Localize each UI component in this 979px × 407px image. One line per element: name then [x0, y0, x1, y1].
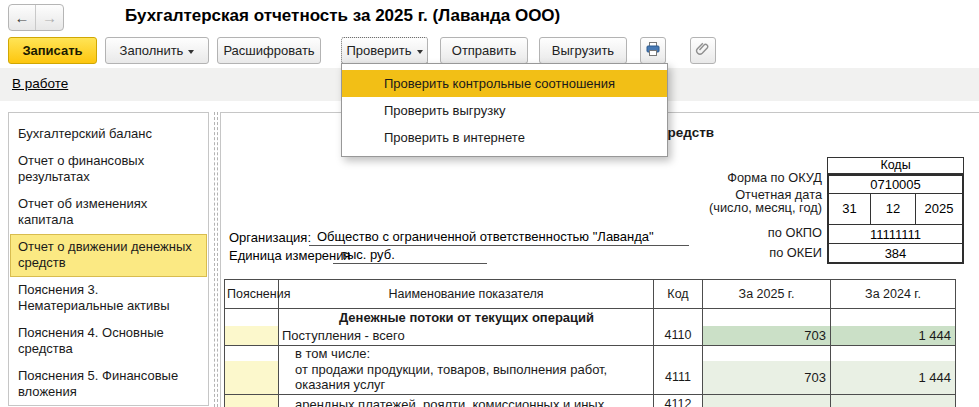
code-cell: 4110	[654, 326, 703, 346]
table-row: в том числе:	[225, 346, 956, 362]
okei-label: по ОКЕИ	[769, 246, 822, 259]
menu-item-check-online[interactable]: Проверить в интернете	[342, 124, 667, 151]
app-window: ← → Бухгалтерская отчетность за 2025 г. …	[0, 0, 979, 407]
fill-button[interactable]: Заполнить	[105, 37, 209, 64]
table-row: от продажи продукции, товаров, выполнени…	[225, 361, 956, 394]
organization-value: Общество с ограниченной ответственностью…	[309, 229, 689, 246]
okpo-value: 11111111	[829, 224, 962, 243]
value-2024-cell[interactable]: 1 444	[831, 361, 956, 394]
menu-item-check-control-ratios[interactable]: Проверить контрольные соотношения	[342, 70, 667, 97]
section-title: в том числе:	[279, 346, 654, 362]
export-button[interactable]: Выгрузить	[539, 37, 627, 64]
indicator-name: Поступления - всего	[279, 326, 654, 346]
back-button[interactable]: ←	[9, 5, 36, 30]
indicator-name: арендных платежей, роялти, комиссионных …	[279, 394, 654, 407]
attach-button[interactable]	[690, 37, 716, 64]
value-cell-empty	[831, 346, 956, 362]
value-2025-cell[interactable]: 703	[703, 326, 831, 346]
value-2024-cell[interactable]: 1 444	[831, 326, 956, 346]
date-day: 31	[829, 194, 871, 224]
sidebar-item-balance-sheet[interactable]: Бухгалтерский баланс	[10, 121, 207, 148]
check-button[interactable]: Проверить	[341, 37, 428, 64]
back-arrow-icon: ←	[15, 9, 30, 26]
table-row: Поступления - всего 4110 703 1 444	[225, 326, 956, 346]
status-link[interactable]: В работе	[12, 76, 68, 91]
page-title: Бухгалтерская отчетность за 2025 г. (Лав…	[125, 6, 560, 26]
value-cell-empty	[703, 309, 831, 326]
menu-item-check-upload[interactable]: Проверить выгрузку	[342, 97, 667, 124]
check-button-label: Проверить	[346, 43, 411, 58]
code-cell-empty	[654, 309, 703, 326]
unit-value: тыс. руб.	[333, 247, 487, 264]
report-table: Пояснения Наименование показателя Код За…	[224, 279, 956, 407]
table-row: арендных платежей, роялти, комиссионных …	[225, 394, 956, 407]
decrypt-button[interactable]: Расшифровать	[217, 37, 321, 64]
codes-header: Коды	[827, 157, 964, 174]
table-header-row: Пояснения Наименование показателя Код За…	[225, 280, 956, 309]
dropdown-caret-icon	[417, 50, 423, 54]
printer-icon	[645, 41, 661, 57]
history-nav: ← →	[8, 4, 64, 31]
code-cell: 4111	[654, 361, 703, 394]
date-year: 2025	[916, 194, 962, 224]
explanation-input-cell[interactable]	[225, 361, 279, 394]
sidebar: Бухгалтерский баланс Отчет о финансовых …	[8, 112, 209, 406]
value-2025-cell[interactable]	[703, 394, 831, 407]
print-button[interactable]	[640, 37, 666, 64]
value-cell-empty	[703, 346, 831, 362]
paperclip-icon	[695, 41, 711, 57]
sidebar-item-capital-changes[interactable]: Отчет об изменениях капитала	[10, 191, 207, 234]
indicator-name: от продажи продукции, товаров, выполнени…	[279, 361, 654, 394]
sidebar-item-financial-results[interactable]: Отчет о финансовых результатах	[10, 148, 207, 191]
okpo-label: по ОКПО	[768, 226, 822, 239]
section-title: Денежные потоки от текущих операций	[279, 309, 654, 326]
code-cell: 4112	[654, 394, 703, 407]
explanation-cell-empty	[225, 346, 279, 362]
date-month: 12	[871, 194, 916, 224]
report-date-row: 31 12 2025	[829, 194, 962, 224]
check-dropdown-menu: Проверить контрольные соотношения Провер…	[341, 63, 668, 157]
save-button[interactable]: Записать	[8, 37, 97, 64]
report-date-sublabel: (число, месяц, год)	[709, 201, 822, 214]
dropdown-caret-icon	[188, 50, 194, 54]
okud-label: Форма по ОКУД	[727, 171, 822, 184]
explanation-input-cell[interactable]	[225, 394, 279, 407]
organization-label: Организация:	[229, 230, 311, 245]
sidebar-item-cash-flow[interactable]: Отчет о движении денежных средств	[10, 234, 207, 277]
column-header-indicator-name: Наименование показателя	[279, 280, 654, 309]
explanation-cell-empty	[225, 309, 279, 326]
value-2025-cell[interactable]: 703	[703, 361, 831, 394]
sidebar-item-notes3-intangible[interactable]: Пояснения 3. Нематериальные активы	[10, 277, 207, 320]
okud-value: 0710005	[829, 176, 962, 194]
panel-splitter[interactable]	[214, 112, 218, 407]
value-cell-empty	[831, 309, 956, 326]
column-header-2025: За 2025 г.	[703, 280, 831, 309]
explanation-input-cell[interactable]	[225, 326, 279, 346]
sidebar-item-notes5-investments[interactable]: Пояснения 5. Финансовые вложения	[10, 363, 207, 406]
column-header-2024: За 2024 г.	[831, 280, 956, 309]
sidebar-item-notes4-fixed-assets[interactable]: Пояснения 4. Основные средства	[10, 320, 207, 363]
codes-box: 0710005 31 12 2025 11111111 384	[827, 174, 964, 264]
table-row: Денежные потоки от текущих операций	[225, 309, 956, 326]
fill-button-label: Заполнить	[120, 43, 184, 58]
okei-value: 384	[829, 243, 962, 262]
value-2024-cell[interactable]	[831, 394, 956, 407]
code-cell-empty	[654, 346, 703, 362]
column-header-explanations: Пояснения	[225, 280, 279, 309]
column-header-code: Код	[654, 280, 703, 309]
forward-arrow-icon: →	[42, 9, 57, 26]
send-button[interactable]: Отправить	[440, 37, 528, 64]
forward-button[interactable]: →	[36, 5, 63, 30]
